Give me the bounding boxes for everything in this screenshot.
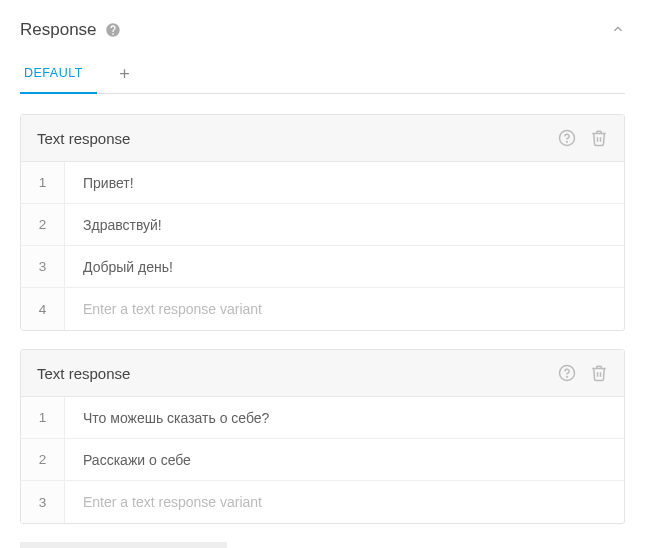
response-row[interactable]: 1 Привет! bbox=[21, 162, 624, 204]
card-title: Text response bbox=[37, 365, 130, 382]
help-icon[interactable] bbox=[558, 364, 576, 382]
tabs-row: DEFAULT bbox=[20, 56, 625, 94]
response-row[interactable]: 2 Здравствуй! bbox=[21, 204, 624, 246]
help-icon[interactable] bbox=[105, 22, 121, 38]
card-actions bbox=[558, 364, 608, 382]
response-row[interactable]: 2 Расскажи о себе bbox=[21, 439, 624, 481]
tab-default[interactable]: DEFAULT bbox=[20, 56, 97, 94]
row-number: 2 bbox=[21, 439, 65, 480]
row-number: 3 bbox=[21, 246, 65, 287]
card-title: Text response bbox=[37, 130, 130, 147]
row-text[interactable]: Привет! bbox=[65, 164, 624, 202]
svg-point-3 bbox=[567, 376, 568, 377]
collapse-icon[interactable] bbox=[611, 22, 625, 39]
text-response-card: Text response 1 Привет! 2 Здравствуй! 3 … bbox=[20, 114, 625, 331]
response-row[interactable]: 3 Добрый день! bbox=[21, 246, 624, 288]
row-number: 2 bbox=[21, 204, 65, 245]
help-icon[interactable] bbox=[558, 129, 576, 147]
row-number: 4 bbox=[21, 288, 65, 330]
response-row-new[interactable]: 4 bbox=[21, 288, 624, 330]
response-row[interactable]: 1 Что можешь сказать о себе? bbox=[21, 397, 624, 439]
text-response-card: Text response 1 Что можешь сказать о себ… bbox=[20, 349, 625, 524]
new-variant-input[interactable] bbox=[65, 290, 624, 328]
row-number: 1 bbox=[21, 397, 65, 438]
row-text[interactable]: Здравствуй! bbox=[65, 206, 624, 244]
card-header: Text response bbox=[21, 350, 624, 397]
svg-point-1 bbox=[567, 141, 568, 142]
row-number: 1 bbox=[21, 162, 65, 203]
card-header: Text response bbox=[21, 115, 624, 162]
section-title: Response bbox=[20, 20, 97, 40]
row-number: 3 bbox=[21, 481, 65, 523]
response-row-new[interactable]: 3 bbox=[21, 481, 624, 523]
section-header: Response bbox=[20, 20, 625, 40]
delete-icon[interactable] bbox=[590, 364, 608, 382]
add-message-content-button[interactable]: ADD MESSAGE CONTENT bbox=[20, 542, 227, 548]
header-left: Response bbox=[20, 20, 121, 40]
card-actions bbox=[558, 129, 608, 147]
add-tab-button[interactable] bbox=[111, 60, 138, 90]
row-text[interactable]: Добрый день! bbox=[65, 248, 624, 286]
new-variant-input[interactable] bbox=[65, 483, 624, 521]
delete-icon[interactable] bbox=[590, 129, 608, 147]
row-text[interactable]: Расскажи о себе bbox=[65, 441, 624, 479]
row-text[interactable]: Что можешь сказать о себе? bbox=[65, 399, 624, 437]
